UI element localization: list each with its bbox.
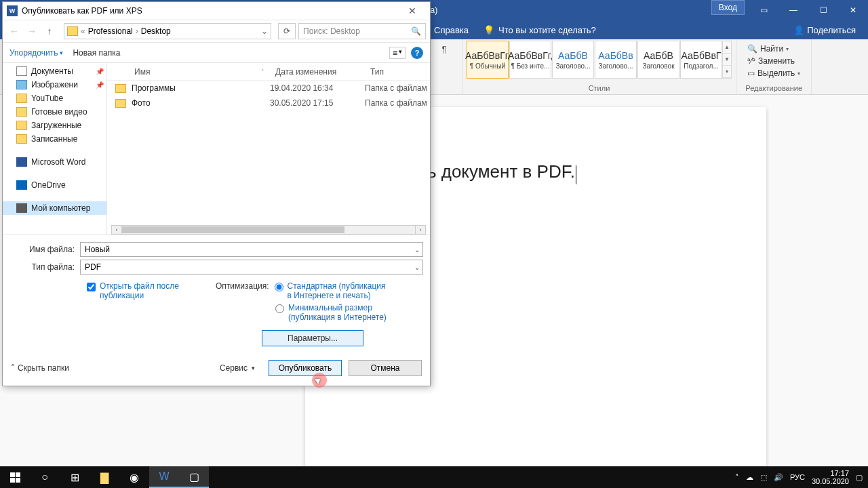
tree-item[interactable]: Записанные <box>3 132 106 146</box>
style-3[interactable]: АаБбВвЗаголово... <box>595 41 637 79</box>
address-dropdown-icon[interactable]: ⌄ <box>261 26 268 36</box>
opt-standard-input[interactable] <box>275 283 283 291</box>
word-taskbar-icon[interactable]: W <box>149 466 179 488</box>
organize-button[interactable]: Упорядочить▾ <box>9 48 63 58</box>
opt-min-label: Минимальный размер (публикация в Интерне… <box>288 303 391 322</box>
network-icon[interactable]: ⬚ <box>760 473 767 482</box>
folder-icon <box>16 107 27 117</box>
breadcrumb-2[interactable]: Desktop <box>141 26 171 36</box>
filename-dropdown-icon[interactable]: ⌄ <box>414 246 420 253</box>
search-taskbar-icon[interactable]: ○ <box>30 466 60 488</box>
style-preview: АаБбВвГг, <box>508 50 553 61</box>
filetype-dropdown-icon[interactable]: ⌄ <box>414 264 420 271</box>
col-type[interactable]: Тип <box>365 67 430 77</box>
scroll-right-icon[interactable]: › <box>415 225 426 235</box>
tree-item[interactable]: Мой компьютер <box>3 201 106 215</box>
opt-min-radio[interactable]: Минимальный размер (публикация в Интерне… <box>275 303 391 322</box>
style-1[interactable]: АаБбВвГг,¶ Без инте... <box>509 41 551 79</box>
service-menu[interactable]: Сервис▾ <box>220 363 255 373</box>
style-preview: АаБбВв <box>598 50 633 61</box>
dialog-footer: ˄Скрыть папки Сервис▾ Опубликовать Отмен… <box>3 353 430 386</box>
dialog-nav: ← → ↑ « Professional › Desktop ⌄ ⟳ Поиск… <box>3 20 430 43</box>
dialog-titlebar: W Опубликовать как PDF или XPS ✕ <box>3 2 430 20</box>
breadcrumb-1[interactable]: Professional <box>88 26 133 36</box>
tree-label: Документы <box>31 66 73 76</box>
scroll-left-icon[interactable]: ‹ <box>111 225 122 235</box>
tree-item[interactable]: Документы📌 <box>3 64 106 78</box>
style-name: ¶ Обычный <box>470 62 505 70</box>
tree-item[interactable]: Изображени📌 <box>3 78 106 92</box>
styles-group-label: Стили <box>467 84 732 94</box>
chrome-icon[interactable]: ◉ <box>119 466 149 488</box>
tray-chevron-icon[interactable]: ˄ <box>735 473 739 482</box>
style-preview: АаБбВвГ <box>682 50 722 61</box>
search-box[interactable]: Поиск: Desktop 🔍 <box>298 23 426 39</box>
opt-min-input[interactable] <box>275 304 284 313</box>
share-button[interactable]: 👤 Поделиться <box>793 25 856 35</box>
style-0[interactable]: АаБбВвГг,¶ Обычный <box>467 41 509 79</box>
tree-item[interactable]: Загруженные <box>3 119 106 132</box>
open-after-checkbox[interactable]: Открыть файл после публикации <box>87 281 189 346</box>
open-after-input[interactable] <box>87 283 96 291</box>
nav-up-icon[interactable]: ↑ <box>42 24 57 39</box>
clock-date: 30.05.2020 <box>812 477 849 485</box>
find-button[interactable]: 🔍Найти▾ <box>746 43 802 54</box>
tray-lang[interactable]: РУС <box>790 473 805 481</box>
task-view-icon[interactable]: ⊞ <box>60 466 90 488</box>
tree-item[interactable]: Готовые видео <box>3 105 106 119</box>
view-mode-button[interactable]: ≡▾ <box>389 47 406 59</box>
tree-item[interactable]: OneDrive <box>3 178 106 192</box>
styles-more[interactable]: ▲▼▾ <box>722 41 732 79</box>
tree-item[interactable]: Microsoft Word <box>3 155 106 169</box>
filetype-select[interactable]: PDF⌄ <box>80 260 423 274</box>
select-label: Выделить <box>757 68 795 78</box>
pilcrow-icon[interactable]: ¶ <box>438 43 450 56</box>
minimize-icon[interactable]: — <box>778 0 808 20</box>
address-bar[interactable]: « Professional › Desktop ⌄ <box>64 23 271 39</box>
volume-icon[interactable]: 🔊 <box>774 473 783 482</box>
explorer-icon[interactable]: ▇ <box>90 466 119 488</box>
file-name: Программы <box>132 83 176 93</box>
tree-item[interactable]: YouTube <box>3 92 106 105</box>
tell-me[interactable]: 💡 Что вы хотите сделать? <box>484 25 596 35</box>
list-item[interactable]: Фото30.05.2020 17:15Папка с файлам <box>107 96 430 110</box>
horizontal-scrollbar[interactable]: ‹ › <box>111 225 426 235</box>
nav-back-icon[interactable]: ← <box>7 24 22 39</box>
col-date[interactable]: Дата изменения <box>270 67 365 77</box>
replace-button[interactable]: ᵃ⁄ᵇЗаменить <box>746 56 802 66</box>
hide-folders-button[interactable]: ˄Скрыть папки <box>11 363 69 373</box>
start-button[interactable] <box>0 466 30 488</box>
replace-icon: ᵃ⁄ᵇ <box>747 56 755 66</box>
select-button[interactable]: ▭Выделить▾ <box>746 68 802 79</box>
help-icon[interactable]: ? <box>411 47 423 59</box>
style-4[interactable]: АаБбВЗаголовок <box>637 41 679 79</box>
clock[interactable]: 17:17 30.05.2020 <box>812 469 849 485</box>
file-list: Имя˄ Дата изменения Тип Программы19.04.2… <box>107 63 430 235</box>
refresh-icon[interactable]: ⟳ <box>278 23 296 39</box>
new-folder-button[interactable]: Новая папка <box>73 48 120 58</box>
folder-icon <box>16 94 27 103</box>
nav-forward-icon[interactable]: → <box>24 24 39 39</box>
tab-help[interactable]: Справка <box>434 25 469 35</box>
folder-icon <box>115 99 126 108</box>
ribbon-options-icon[interactable]: ▭ <box>749 0 778 20</box>
cancel-button[interactable]: Отмена <box>349 360 422 376</box>
login-button[interactable]: Вход <box>711 0 745 15</box>
maximize-icon[interactable]: ☐ <box>808 0 838 20</box>
pin-icon: 📌 <box>96 68 104 75</box>
dialog-close-icon[interactable]: ✕ <box>399 5 426 16</box>
parameters-button[interactable]: Параметры... <box>262 330 363 346</box>
bulb-icon: 💡 <box>484 25 494 35</box>
style-5[interactable]: АаБбВвГПодзагол... <box>680 41 722 79</box>
opt-standard-radio[interactable]: Стандартная (публикация в Интернете и пе… <box>275 281 390 300</box>
organize-label: Упорядочить <box>9 48 58 58</box>
notifications-icon[interactable]: ▢ <box>856 473 863 482</box>
list-item[interactable]: Программы19.04.2020 16:34Папка с файлам <box>107 81 430 96</box>
style-2[interactable]: АаБбВЗаголово... <box>552 41 594 79</box>
onedrive-tray-icon[interactable]: ☁ <box>746 473 753 482</box>
col-name[interactable]: Имя˄ <box>115 67 270 77</box>
app-taskbar-icon[interactable]: ▢ <box>179 466 209 488</box>
filename-input[interactable]: Новый⌄ <box>80 242 423 257</box>
publish-button[interactable]: Опубликовать <box>269 360 342 376</box>
close-word-icon[interactable]: ✕ <box>838 0 868 20</box>
